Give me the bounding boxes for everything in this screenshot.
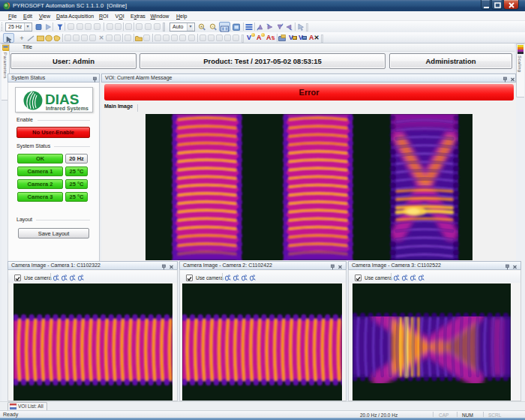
svg-text:Infrared Systems: Infrared Systems (46, 106, 88, 112)
svg-text:+: + (200, 24, 202, 28)
svg-text:-: - (212, 24, 214, 28)
